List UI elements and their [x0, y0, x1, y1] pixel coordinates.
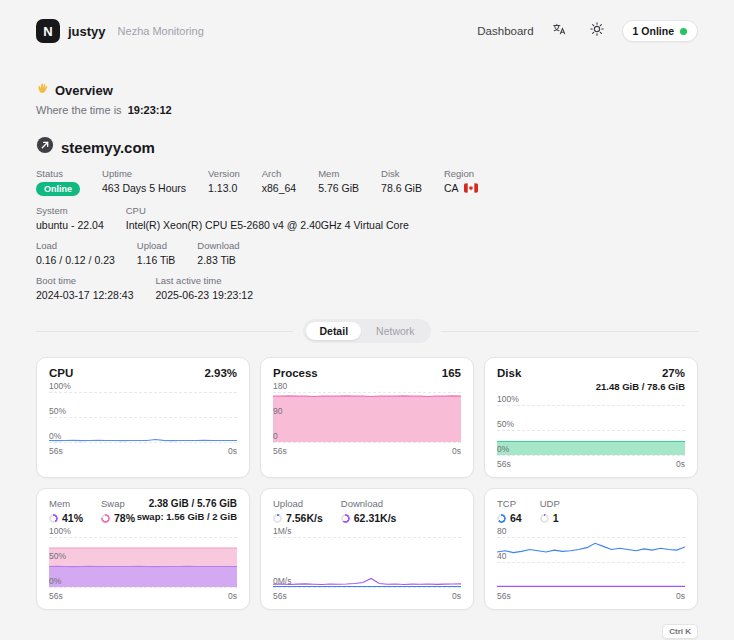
y-tick-label: 100%	[49, 526, 71, 536]
x-axis: 56s0s	[273, 591, 461, 601]
cpu-chart: 100%50%0%56s0s	[49, 392, 237, 456]
online-count-badge[interactable]: 1 Online	[622, 20, 698, 42]
status-badge: Online	[36, 182, 80, 196]
server-name: steemyy.com	[61, 139, 155, 156]
server-stats-row-2: System ubuntu - 22.04 CPU Intel(R) Xeon(…	[36, 205, 698, 231]
mem-gauge-icon	[49, 514, 58, 523]
stat-boot-time: Boot time 2024-03-17 12:28:43	[36, 275, 134, 301]
connections-card: TCP 64 UDP 1 804056s0s	[484, 488, 698, 610]
x-tick-left: 56s	[497, 591, 511, 601]
stat-load: Load 0.16 / 0.12 / 0.23	[36, 240, 115, 266]
swap-gauge-icon	[101, 514, 110, 523]
stat-version: Version 1.13.0	[208, 168, 240, 196]
y-tick-label: 0M/s	[273, 576, 291, 586]
server-title-row[interactable]: steemyy.com	[36, 136, 698, 158]
gridline	[49, 587, 237, 588]
stat-label: CPU	[126, 205, 409, 216]
logo[interactable]: N	[36, 19, 60, 43]
server-stats-row-1: Status Online Uptime 463 Days 5 Hours Ve…	[36, 168, 698, 196]
x-tick-left: 56s	[273, 591, 287, 601]
udp-label: UDP	[540, 498, 560, 509]
stat-region: Region CA	[444, 168, 478, 196]
stat-label: Region	[444, 168, 478, 179]
app-name: Nezha Monitoring	[118, 25, 204, 37]
tcp-label: TCP	[497, 498, 522, 509]
top-header: N justyy Nezha Monitoring Dashboard	[0, 0, 734, 44]
chart-canvas	[273, 392, 461, 442]
footer: ©2020-2025 Nezha 1.13.0 Ctrl K Theme by …	[0, 624, 734, 640]
overview-time-row: Where the time is 19:23:12	[36, 104, 698, 116]
brand[interactable]: N justyy Nezha Monitoring	[36, 19, 204, 43]
server-stats-row-3: Load 0.16 / 0.12 / 0.23 Upload 1.16 TiB …	[36, 240, 698, 266]
online-dot	[680, 28, 687, 35]
stat-download-total: Download 2.83 TiB	[197, 240, 239, 266]
language-button[interactable]	[546, 18, 572, 44]
y-tick-label: 0%	[49, 576, 61, 586]
stat-label: Download	[197, 240, 239, 251]
stat-label: System	[36, 205, 104, 216]
y-tick-label: 0	[273, 431, 278, 441]
stat-value: Intel(R) Xeon(R) CPU E5-2680 v4 @ 2.40GH…	[126, 219, 409, 231]
y-tick-label: 1M/s	[273, 526, 291, 536]
download-label: Download	[341, 498, 397, 509]
x-axis: 56s0s	[49, 591, 237, 601]
x-tick-left: 56s	[49, 591, 63, 601]
udp-ring-icon	[540, 514, 549, 523]
stat-value: 2024-03-17 12:28:43	[36, 289, 134, 301]
plot-area: 100%50%0%	[497, 405, 685, 455]
x-tick-left: 56s	[49, 446, 63, 456]
gridline	[273, 587, 461, 588]
x-axis: 56s0s	[497, 459, 685, 469]
stat-value: x86_64	[262, 182, 296, 194]
y-tick-label: 40	[497, 551, 506, 561]
gridline	[273, 442, 461, 443]
server-section: steemyy.com Status Online Uptime 463 Day…	[0, 136, 734, 301]
upload-ring-icon	[273, 514, 282, 523]
tab-group: Detail Network	[303, 319, 430, 343]
upload-speed: 7.56K/s	[286, 512, 323, 524]
x-tick-left: 56s	[273, 446, 287, 456]
x-axis: 56s0s	[497, 591, 685, 601]
process-card: Process 165 18090056s0s	[260, 357, 474, 478]
memory-chart: 100%50%0%56s0s	[49, 537, 237, 601]
udp-metric: UDP 1	[540, 498, 560, 524]
overview-section: Overview Where the time is 19:23:12	[0, 82, 734, 116]
online-count-label: 1 Online	[633, 25, 674, 37]
header-actions: Dashboard	[477, 18, 698, 44]
tab-detail[interactable]: Detail	[306, 322, 361, 340]
stat-label: Boot time	[36, 275, 134, 286]
overview-title-row: Overview	[36, 82, 698, 98]
swap-metric: Swap 78%	[101, 498, 135, 524]
stat-label: Uptime	[102, 168, 186, 179]
theme-toggle-button[interactable]	[584, 18, 610, 44]
x-axis: 56s0s	[273, 446, 461, 456]
tcp-metric: TCP 64	[497, 498, 522, 524]
stat-value: 78.6 GiB	[381, 182, 422, 194]
disk-card: Disk 27% 21.48 GiB / 78.6 GiB 100%50%0%5…	[484, 357, 698, 478]
stat-value: 1.13.0	[208, 182, 240, 194]
process-card-title: Process	[273, 367, 318, 379]
tab-network[interactable]: Network	[363, 322, 428, 340]
chart-canvas	[497, 405, 685, 455]
current-time: 19:23:12	[128, 104, 172, 116]
nav-dashboard[interactable]: Dashboard	[477, 25, 533, 37]
tabs-row: Detail Network	[0, 319, 734, 343]
stat-value: ubuntu - 22.04	[36, 219, 104, 231]
x-tick-right: 0s	[452, 591, 461, 601]
stat-value: 463 Days 5 Hours	[102, 182, 186, 194]
y-tick-label: 50%	[497, 419, 514, 429]
disk-chart: 100%50%0%56s0s	[497, 405, 685, 469]
network-card: Upload 7.56K/s Download 62.31K/s 1M/s0M/…	[260, 488, 474, 610]
chart-canvas	[497, 537, 685, 587]
plot-area: 100%50%0%	[49, 392, 237, 442]
server-stats: Status Online Uptime 463 Days 5 Hours Ve…	[36, 168, 698, 301]
stat-value: 2.83 TiB	[197, 254, 239, 266]
chart-canvas	[49, 537, 237, 587]
time-prefix: Where the time is	[36, 104, 122, 116]
stat-system: System ubuntu - 22.04	[36, 205, 104, 231]
process-count-value: 165	[442, 367, 461, 379]
shortcut-badge[interactable]: Ctrl K	[662, 624, 698, 639]
cpu-usage-value: 2.93%	[204, 367, 237, 379]
y-tick-label: 50%	[49, 551, 66, 561]
brand-name: justyy	[68, 24, 106, 39]
